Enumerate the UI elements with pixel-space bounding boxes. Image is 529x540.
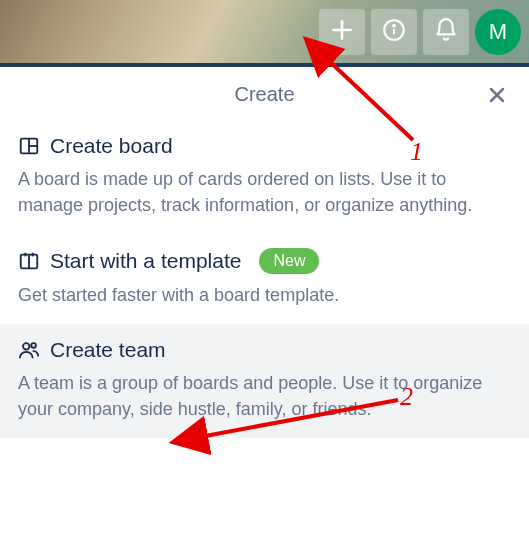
option-title: Start with a template [50, 249, 241, 273]
option-start-template[interactable]: Start with a template New Get started fa… [0, 234, 529, 324]
board-icon [18, 135, 40, 157]
panel-header: Create [0, 67, 529, 120]
option-desc: Get started faster with a board template… [18, 282, 511, 308]
close-icon [485, 93, 509, 110]
option-title-row: Create board [18, 134, 511, 158]
avatar[interactable]: M [475, 9, 521, 55]
option-title-row: Start with a template New [18, 248, 511, 274]
template-icon [18, 250, 40, 272]
option-title: Create board [50, 134, 173, 158]
option-title: Create team [50, 338, 166, 362]
notifications-button[interactable] [423, 9, 469, 55]
create-panel: Create Create board A board is made up o… [0, 67, 529, 438]
info-icon [381, 17, 407, 47]
bell-icon [433, 17, 459, 47]
topbar: M [0, 0, 529, 67]
option-create-team[interactable]: Create team A team is a group of boards … [0, 324, 529, 438]
option-title-row: Create team [18, 338, 511, 362]
option-desc: A board is made up of cards ordered on l… [18, 166, 511, 218]
svg-point-4 [393, 24, 395, 26]
avatar-initial: M [489, 19, 507, 45]
new-badge: New [259, 248, 319, 274]
close-button[interactable] [485, 83, 509, 111]
info-button[interactable] [371, 9, 417, 55]
panel-title: Create [234, 83, 294, 105]
option-create-board[interactable]: Create board A board is made up of cards… [0, 120, 529, 234]
plus-icon [329, 17, 355, 47]
svg-point-15 [31, 343, 36, 348]
create-button[interactable] [319, 9, 365, 55]
svg-point-14 [23, 343, 29, 349]
option-desc: A team is a group of boards and people. … [18, 370, 511, 422]
people-icon [18, 339, 40, 361]
